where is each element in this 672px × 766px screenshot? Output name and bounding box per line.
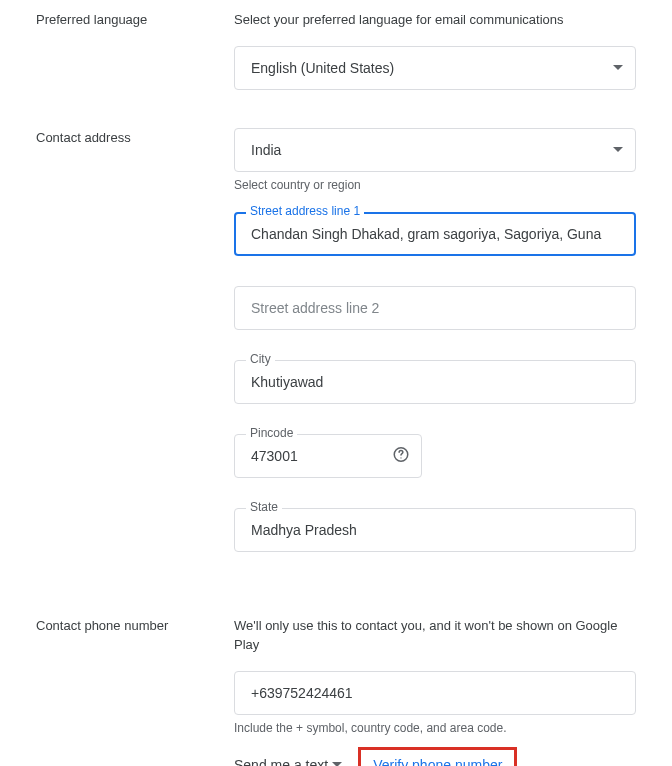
street1-field-wrapper: Street address line 1: [234, 212, 636, 256]
street2-field-wrapper: [234, 286, 636, 330]
country-select-value: India: [251, 142, 281, 158]
verify-phone-button[interactable]: Verify phone number: [358, 747, 517, 767]
language-select-value: English (United States): [251, 60, 394, 76]
pincode-label: Pincode: [246, 426, 297, 440]
preferred-language-content: Select your preferred language for email…: [234, 10, 636, 120]
contact-phone-label: Contact phone number: [36, 616, 234, 767]
help-icon[interactable]: [392, 445, 410, 466]
contact-phone-description: We'll only use this to contact you, and …: [234, 616, 636, 655]
state-field-wrapper: State: [234, 508, 636, 552]
country-field-wrapper: India: [234, 128, 636, 172]
section-gap: [36, 560, 636, 616]
country-helper: Select country or region: [234, 178, 636, 192]
preferred-language-description: Select your preferred language for email…: [234, 10, 636, 30]
street2-input[interactable]: [234, 286, 636, 330]
state-input[interactable]: [234, 508, 636, 552]
caret-down-icon: [613, 147, 623, 152]
contact-address-row: Contact address India Select country or …: [36, 128, 636, 552]
city-input[interactable]: [234, 360, 636, 404]
street1-label: Street address line 1: [246, 204, 364, 218]
preferred-language-label: Preferred language: [36, 10, 234, 120]
city-field-wrapper: City: [234, 360, 636, 404]
language-field-wrapper: English (United States): [234, 46, 636, 90]
preferred-language-row: Preferred language Select your preferred…: [36, 10, 636, 120]
phone-field-wrapper: [234, 671, 636, 715]
phone-action-row: Send me a text Verify phone number: [234, 747, 636, 767]
language-select[interactable]: English (United States): [234, 46, 636, 90]
caret-down-icon: [613, 65, 623, 70]
contact-phone-row: Contact phone number We'll only use this…: [36, 616, 636, 767]
phone-input[interactable]: [234, 671, 636, 715]
contact-phone-content: We'll only use this to contact you, and …: [234, 616, 636, 767]
pincode-field-wrapper: Pincode: [234, 434, 422, 478]
street1-input[interactable]: [234, 212, 636, 256]
send-text-dropdown[interactable]: Send me a text: [234, 757, 342, 767]
send-text-label: Send me a text: [234, 757, 328, 767]
phone-helper: Include the + symbol, country code, and …: [234, 721, 636, 735]
city-label: City: [246, 352, 275, 366]
caret-down-icon: [332, 762, 342, 766]
contact-address-label: Contact address: [36, 128, 234, 552]
country-select[interactable]: India: [234, 128, 636, 172]
svg-point-1: [400, 457, 401, 458]
state-label: State: [246, 500, 282, 514]
contact-address-content: India Select country or region Street ad…: [234, 128, 636, 552]
